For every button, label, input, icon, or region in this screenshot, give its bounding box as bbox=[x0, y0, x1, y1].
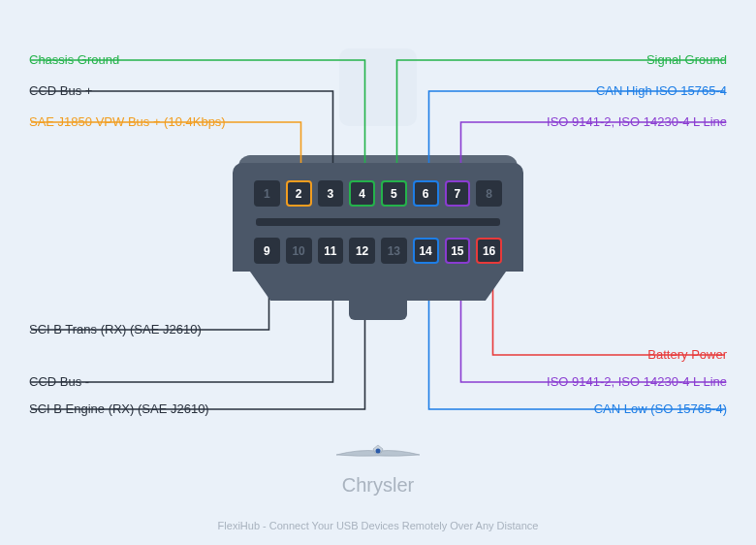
pin-7: 7 bbox=[445, 180, 471, 207]
pin-15: 15 bbox=[445, 238, 471, 264]
label-pin-3: CCD Bus + bbox=[29, 83, 92, 98]
label-pin-9: SCI B Trans (RX) (SAE J2610) bbox=[29, 322, 202, 337]
pin-13: 13 bbox=[381, 238, 407, 264]
footer-text: FlexiHub - Connect Your USB Devices Remo… bbox=[0, 520, 756, 531]
connector-separator bbox=[256, 218, 500, 226]
label-pin-12: SCI B Engine (RX) (SAE J2610) bbox=[29, 401, 209, 416]
pin-14: 14 bbox=[413, 238, 439, 264]
connector-trapezoid bbox=[250, 272, 506, 301]
pin-12: 12 bbox=[349, 238, 375, 264]
pin-9: 9 bbox=[254, 238, 280, 264]
pin-11: 11 bbox=[318, 238, 344, 264]
chrysler-logo-icon bbox=[334, 443, 422, 466]
connector-tab bbox=[349, 301, 407, 320]
connector-body: 12345678 910111213141516 bbox=[233, 163, 523, 272]
pin-16: 16 bbox=[476, 238, 502, 264]
pin-row-bottom: 910111213141516 bbox=[254, 238, 502, 264]
brand-block: Chrysler bbox=[0, 443, 756, 497]
pin-5: 5 bbox=[381, 180, 407, 207]
label-pin-16: Battery Power bbox=[647, 347, 727, 362]
pin-2: 2 bbox=[286, 180, 312, 207]
watermark-icon bbox=[339, 48, 417, 126]
svg-point-0 bbox=[376, 449, 381, 454]
label-pin-15: ISO 9141-2, ISO 14230-4 L Line bbox=[547, 374, 727, 389]
label-pin-14: CAN Low (SO 15765-4) bbox=[594, 401, 727, 416]
pin-8: 8 bbox=[476, 180, 502, 207]
pin-1: 1 bbox=[254, 180, 280, 207]
obd-connector: 12345678 910111213141516 bbox=[233, 163, 523, 320]
label-pin-5: Signal Ground bbox=[646, 52, 727, 67]
pin-10: 10 bbox=[286, 238, 312, 264]
brand-name: Chrysler bbox=[0, 474, 756, 497]
label-pin-2: SAE J1850 VPW Bus + (10.4Kbps) bbox=[29, 114, 226, 129]
line-pin-16 bbox=[493, 266, 726, 355]
pin-row-top: 12345678 bbox=[254, 180, 502, 207]
label-pin-7: ISO 9141-2, ISO 14230-4 L Line bbox=[547, 114, 727, 129]
pin-4: 4 bbox=[349, 180, 375, 207]
pin-3: 3 bbox=[318, 180, 344, 207]
label-pin-6: CAN High ISO 15765-4 bbox=[596, 83, 727, 98]
label-pin-11: CCD Bus - bbox=[29, 374, 89, 389]
label-pin-4: Chassis Ground bbox=[29, 52, 119, 67]
pin-6: 6 bbox=[413, 180, 439, 207]
